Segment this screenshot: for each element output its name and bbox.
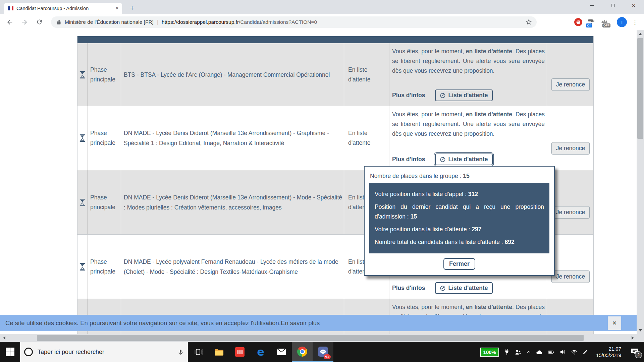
stat-total-candidats: Nombre total de candidats dans la liste … [375,237,544,247]
bookmark-star-button[interactable] [525,18,532,27]
edge-button[interactable]: e [250,342,271,362]
formation-label: DN MADE - Lycée Denis Diderot (Marseille… [121,192,344,213]
vertical-scroll-thumb[interactable] [637,38,643,139]
reload-button[interactable] [34,17,44,27]
tab-close-icon[interactable]: × [115,5,119,12]
clock-date: 15/05/2019 [596,352,621,358]
minimize-button[interactable] [582,0,602,11]
formation-label: DN MADE - Lycée Denis Diderot (Marseille… [121,128,344,148]
red-bars-app-button[interactable] [229,342,250,362]
waitlist-status-cell [77,170,88,234]
liste-attente-button[interactable]: Liste d'attente [435,89,493,101]
forward-arrow-icon [21,18,28,26]
profile-avatar[interactable]: I [617,17,627,27]
liste-attente-button[interactable]: Liste d'attente [435,282,493,294]
scroll-right-button[interactable] [629,334,637,342]
plus-infos-link[interactable]: Plus d'infos [392,156,425,163]
clock-time: 21:07 [596,346,621,352]
discord-button[interactable]: 9+ [313,342,333,362]
start-button[interactable] [0,342,20,362]
stat-position-appel: Votre position dans la liste d'appel : 3… [375,189,544,199]
action-center-button[interactable]: 2 [631,348,639,356]
speaker-icon [559,349,566,355]
je-renonce-button[interactable]: Je renonce [551,78,590,91]
message-cell: Vous êtes, pour le moment, en liste d'at… [389,43,547,106]
battery-icon [547,349,555,355]
url-path: /Candidat/admissions?ACTION=0 [239,19,317,25]
battery-tray-button[interactable] [547,349,555,355]
back-button[interactable] [5,17,15,27]
je-renonce-button[interactable]: Je renonce [551,142,590,155]
browser-tab[interactable]: Candidat Parcoursup - Admission × [4,3,122,14]
people-button[interactable] [515,349,521,355]
scroll-down-button[interactable] [637,326,644,334]
close-window-button[interactable]: × [623,0,644,11]
onedrive-button[interactable] [536,349,543,355]
table-row: Phase principale DN MADE - Lycée Denis D… [77,106,593,170]
tray-expand-button[interactable] [526,349,531,355]
volume-button[interactable] [559,349,566,355]
horizontal-scrollbar[interactable] [0,334,644,342]
hourglass-icon [79,263,85,271]
star-icon [525,18,532,25]
tab-title: Candidat Parcoursup - Admission [16,6,113,11]
window-controls: × [582,0,644,11]
extension-roller-button[interactable]: Off [587,17,596,27]
plus-infos-link[interactable]: Plus d'infos [392,285,425,292]
hourglass-icon [79,134,85,142]
popup-places-line: Nombre de places dans le groupe : 15 [370,173,549,180]
horizontal-scroll-thumb[interactable] [37,335,584,341]
clock-icon [440,93,445,98]
extension-crown-button[interactable]: OFF [600,17,609,27]
microphone-icon[interactable] [177,349,184,355]
hourglass-icon [79,198,85,206]
file-explorer-button[interactable] [209,342,229,362]
hourglass-icon [79,71,85,79]
people-icon [515,349,521,355]
network-button[interactable] [571,349,578,355]
vertical-scrollbar[interactable] [637,30,644,334]
scroll-left-button[interactable] [0,334,8,342]
chevron-up-icon [526,349,531,355]
pen-settings-button[interactable] [582,349,588,355]
table-header-strip [77,36,593,43]
plus-infos-link[interactable]: Plus d'infos [392,92,425,99]
adblock-extension-button[interactable] [574,17,583,27]
phase-label: Phase principale [88,257,121,277]
forward-button[interactable] [19,17,30,27]
maximize-button[interactable] [602,0,623,11]
task-view-icon [194,348,203,356]
cookie-close-button[interactable]: × [608,316,621,330]
chrome-button[interactable] [292,342,313,362]
power-plug-button[interactable] [504,349,510,355]
new-tab-button[interactable]: + [127,3,137,13]
fermer-button[interactable]: Fermer [443,258,475,270]
battery-percent-indicator[interactable]: 100% [480,348,499,357]
stat-dernier-candidat: Position du dernier candidat qui a reçu … [375,202,544,222]
formation-label: DN MADE - Lycée polyvalent Fernand Renau… [121,257,344,277]
horizontal-scroll-track[interactable] [8,334,629,342]
phase-label: Phase principale [88,128,121,148]
address-bar[interactable]: Ministère de l'Éducation nationale [FR] … [51,16,537,28]
taskbar-search-input[interactable]: Taper ici pour rechercher [20,342,188,362]
phase-label: Phase principale [88,193,121,212]
scroll-up-button[interactable] [637,30,644,38]
mail-button[interactable] [271,342,292,362]
lock-icon [56,20,61,25]
status-label: En liste d'attente [344,65,389,84]
taskbar-clock[interactable]: 21:07 15/05/2019 [596,346,621,358]
pen-icon [582,349,588,355]
je-renonce-button[interactable]: Je renonce [551,206,590,219]
toolbar-divider [613,19,613,25]
table-row: Phase principale BTS - BTSA - Lycée de l… [77,43,593,106]
red-bars-app-icon [235,347,245,357]
cortana-icon [24,348,33,356]
chrome-menu-button[interactable]: ⋮ [631,18,639,26]
task-view-button[interactable] [188,342,209,362]
waitlist-status-cell [77,106,88,170]
stop-hand-icon [574,18,583,26]
cookie-link[interactable]: En savoir plus [281,319,320,327]
liste-attente-button-focused[interactable]: Liste d'attente [435,154,493,165]
waitlist-status-cell [77,43,88,106]
je-renonce-button[interactable]: Je renonce [551,270,590,283]
